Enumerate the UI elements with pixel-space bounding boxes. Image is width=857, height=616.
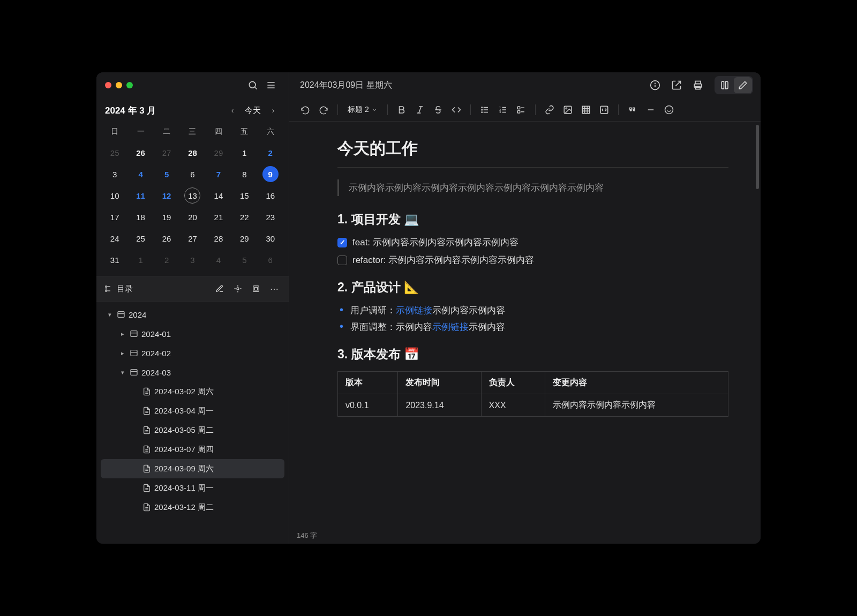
calendar-day[interactable]: 26 bbox=[127, 142, 153, 163]
heading-select-label: 标题 2 bbox=[348, 105, 369, 115]
calendar-day[interactable]: 19 bbox=[154, 206, 179, 228]
calendar-today-button[interactable]: 今天 bbox=[243, 106, 263, 116]
content-link[interactable]: 示例链接 bbox=[396, 305, 432, 315]
quote-button[interactable] bbox=[624, 101, 641, 118]
task-list-button[interactable] bbox=[513, 101, 530, 118]
table-button[interactable] bbox=[577, 101, 595, 118]
tree-file[interactable]: 2024-03-11 周一 bbox=[101, 478, 284, 498]
read-mode-button[interactable] bbox=[716, 77, 734, 93]
ordered-list-button[interactable]: 123 bbox=[494, 101, 512, 118]
undo-button[interactable] bbox=[297, 101, 314, 118]
calendar-next-button[interactable]: › bbox=[266, 103, 280, 117]
menu-icon[interactable] bbox=[262, 76, 280, 94]
print-icon[interactable] bbox=[689, 76, 707, 94]
calendar-month-label: 2024 年 3 月 bbox=[105, 104, 222, 117]
calendar-day[interactable]: 25 bbox=[102, 142, 127, 163]
bold-button[interactable] bbox=[393, 101, 410, 118]
calendar-day[interactable]: 5 bbox=[231, 249, 257, 271]
calendar-day[interactable]: 2 bbox=[258, 142, 283, 163]
calendar-day[interactable]: 6 bbox=[258, 249, 283, 271]
calendar-day[interactable]: 4 bbox=[127, 163, 153, 185]
task-checkbox[interactable] bbox=[337, 238, 347, 247]
calendar-day[interactable]: 29 bbox=[231, 228, 257, 249]
heading-select[interactable]: 标题 2 bbox=[343, 101, 382, 118]
search-icon[interactable] bbox=[244, 76, 262, 94]
calendar-day[interactable]: 6 bbox=[179, 163, 205, 185]
calendar-day[interactable]: 14 bbox=[206, 185, 231, 206]
calendar-day[interactable]: 1 bbox=[127, 249, 153, 271]
locate-button[interactable] bbox=[231, 282, 245, 296]
more-button[interactable]: ⋯ bbox=[267, 282, 281, 296]
calendar-day[interactable]: 11 bbox=[127, 185, 153, 206]
redo-button[interactable] bbox=[315, 101, 332, 118]
code-button[interactable] bbox=[448, 101, 465, 118]
calendar-day[interactable]: 13 bbox=[179, 185, 205, 206]
new-note-button[interactable] bbox=[213, 282, 227, 296]
calendar-day[interactable]: 29 bbox=[206, 142, 231, 163]
calendar-prev-button[interactable]: ‹ bbox=[225, 103, 239, 117]
calendar-day[interactable]: 1 bbox=[231, 142, 257, 163]
calendar-day[interactable]: 28 bbox=[206, 228, 231, 249]
calendar-day[interactable]: 5 bbox=[154, 163, 179, 185]
calendar-day[interactable]: 20 bbox=[179, 206, 205, 228]
tree-folder[interactable]: ▾2024-03 bbox=[101, 363, 284, 382]
link-button[interactable] bbox=[541, 101, 558, 118]
share-icon[interactable] bbox=[667, 76, 686, 94]
release-table: 版本发布时间负责人变更内容 v0.0.12023.9.14XXX示例内容示例内容… bbox=[337, 371, 728, 417]
tree-file[interactable]: 2024-03-02 周六 bbox=[101, 382, 284, 401]
calendar-day[interactable]: 24 bbox=[102, 228, 127, 249]
calendar-day[interactable]: 16 bbox=[258, 185, 283, 206]
codeblock-button[interactable] bbox=[596, 101, 613, 118]
italic-button[interactable] bbox=[411, 101, 428, 118]
tree-file[interactable]: 2024-03-09 周六 bbox=[101, 459, 284, 478]
divider-button[interactable] bbox=[642, 101, 659, 118]
calendar-day[interactable]: 2 bbox=[154, 249, 179, 271]
calendar-day[interactable]: 18 bbox=[127, 206, 153, 228]
edit-mode-button[interactable] bbox=[734, 77, 752, 93]
minimize-window-button[interactable] bbox=[116, 82, 122, 88]
tree-folder[interactable]: ▸2024-01 bbox=[101, 324, 284, 343]
tree-folder[interactable]: ▸2024-02 bbox=[101, 343, 284, 363]
svg-point-71 bbox=[665, 106, 673, 114]
calendar-day[interactable]: 17 bbox=[102, 206, 127, 228]
calendar-day[interactable]: 3 bbox=[102, 163, 127, 185]
tree-file[interactable]: 2024-03-12 周二 bbox=[101, 498, 284, 517]
calendar-day[interactable]: 23 bbox=[258, 206, 283, 228]
calendar-day[interactable]: 27 bbox=[154, 142, 179, 163]
calendar-day[interactable]: 30 bbox=[258, 228, 283, 249]
collapse-button[interactable] bbox=[249, 282, 263, 296]
calendar-day[interactable]: 27 bbox=[179, 228, 205, 249]
content-link[interactable]: 示例链接 bbox=[432, 322, 469, 332]
close-window-button[interactable] bbox=[105, 82, 111, 88]
scrollbar[interactable] bbox=[756, 125, 759, 189]
svg-point-7 bbox=[237, 288, 239, 290]
calendar-day[interactable]: 8 bbox=[231, 163, 257, 185]
calendar-day[interactable]: 12 bbox=[154, 185, 179, 206]
calendar-day[interactable]: 21 bbox=[206, 206, 231, 228]
calendar-day[interactable]: 7 bbox=[206, 163, 231, 185]
calendar-day[interactable]: 22 bbox=[231, 206, 257, 228]
tree-file[interactable]: 2024-03-04 周一 bbox=[101, 401, 284, 420]
calendar-day[interactable]: 10 bbox=[102, 185, 127, 206]
calendar-day[interactable]: 26 bbox=[154, 228, 179, 249]
image-button[interactable] bbox=[559, 101, 576, 118]
task-checkbox[interactable] bbox=[337, 256, 347, 265]
maximize-window-button[interactable] bbox=[126, 82, 133, 88]
calendar-dow: 日 bbox=[102, 124, 127, 142]
calendar-day[interactable]: 25 bbox=[127, 228, 153, 249]
calendar-day[interactable]: 3 bbox=[179, 249, 205, 271]
info-icon[interactable] bbox=[646, 76, 664, 94]
calendar-dow: 一 bbox=[127, 124, 153, 142]
bullet-list-button[interactable] bbox=[476, 101, 493, 118]
calendar-day[interactable]: 28 bbox=[179, 142, 205, 163]
tree-file[interactable]: 2024-03-07 周四 bbox=[101, 440, 284, 459]
emoji-button[interactable] bbox=[660, 101, 678, 118]
calendar-day[interactable]: 15 bbox=[231, 185, 257, 206]
calendar-day[interactable]: 31 bbox=[102, 249, 127, 271]
tree-folder[interactable]: ▾2024 bbox=[101, 305, 284, 324]
tree-file[interactable]: 2024-03-05 周二 bbox=[101, 420, 284, 440]
strikethrough-button[interactable] bbox=[430, 101, 447, 118]
editor-content[interactable]: 今天的工作 示例内容示例内容示例内容示例内容示例内容示例内容示例内容 1. 项目… bbox=[289, 122, 761, 544]
calendar-day[interactable]: 9 bbox=[258, 163, 283, 185]
calendar-day[interactable]: 4 bbox=[206, 249, 231, 271]
